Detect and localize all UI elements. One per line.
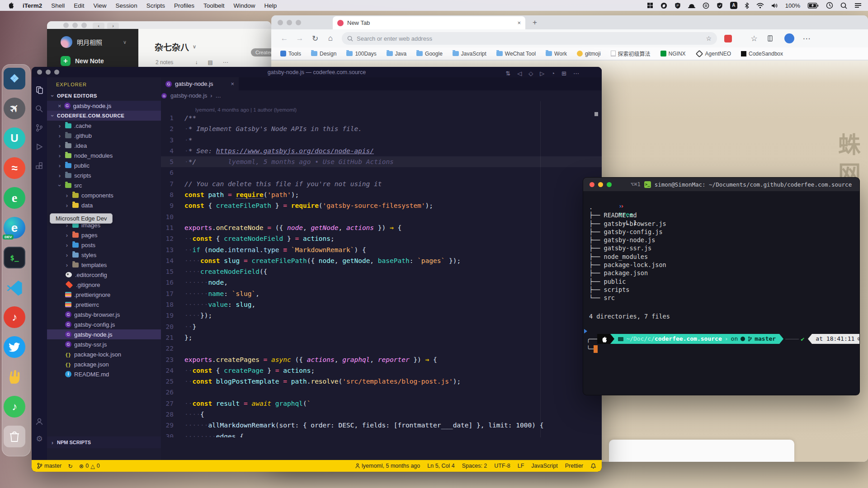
menu-item[interactable]: iTerm2	[18, 2, 47, 9]
bookmark-item[interactable]: Design	[311, 51, 336, 57]
git-branch-indicator[interactable]: master	[37, 463, 61, 469]
code-line[interactable]: 26	[161, 387, 602, 398]
editor-tab[interactable]: gatsby-node.js ×	[161, 77, 239, 90]
account-icon[interactable]	[35, 417, 44, 426]
code-line[interactable]: 22	[161, 343, 602, 354]
open-editors-header[interactable]: › OPEN EDITORS	[47, 91, 161, 101]
editor-action-icon[interactable]: ◇	[528, 70, 533, 77]
code-line[interactable]: 2 ·* Implement Gatsby's Node APIs in thi…	[161, 123, 602, 134]
close-button[interactable]	[278, 20, 283, 25]
zoom-button[interactable]	[81, 23, 87, 28]
tree-item[interactable]: › data	[47, 200, 161, 210]
bookmark-item[interactable]: gitmoji	[577, 51, 601, 57]
code-line[interactable]: 9 const { createFilePath } = require('ga…	[161, 200, 602, 211]
extensions-icon[interactable]	[35, 161, 44, 170]
explorer-icon[interactable]	[35, 85, 44, 94]
status-bar-item[interactable]: JavaScript	[531, 463, 557, 469]
tree-item[interactable]: › .idea	[47, 141, 161, 150]
bluetooth-icon[interactable]	[745, 2, 749, 9]
status-bar-item[interactable]: Spaces: 2	[462, 463, 487, 469]
tree-item[interactable]: README.md	[47, 369, 161, 379]
bookmark-item[interactable]: 100Days	[346, 51, 376, 57]
menu-item[interactable]: Window	[229, 2, 259, 9]
tree-item[interactable]: › .github	[47, 131, 161, 141]
tree-item[interactable]: gatsby-node.js	[47, 329, 161, 339]
code-line[interactable]: 17 ······name: `slug`,	[161, 288, 602, 299]
tree-item[interactable]: .editorconfig	[47, 270, 161, 280]
project-root-header[interactable]: › CODERFEE.COM.SOURCE	[47, 111, 161, 121]
blame-indicator[interactable]: lyemoml, 5 months ago	[355, 463, 420, 469]
editor-action-icon[interactable]: ⇅	[505, 70, 510, 77]
list-menu-icon[interactable]	[854, 3, 862, 8]
dock-launchpad-rocket[interactable]: ✈	[4, 98, 25, 119]
zoom-button[interactable]	[54, 70, 59, 75]
breadcrumb[interactable]: gatsby-node.js › …	[161, 90, 602, 101]
view-toggle-icon[interactable]: ▤	[208, 59, 212, 66]
bookmark-item[interactable]: AgentNEO	[696, 51, 731, 57]
close-tab-icon[interactable]: ×	[517, 19, 521, 26]
status-bar-item[interactable]: UTF-8	[494, 463, 510, 469]
code-line[interactable]: 4 ·* See: https://www.gatsbyjs.org/docs/…	[161, 145, 602, 156]
spotlight-search-icon[interactable]	[840, 2, 847, 9]
bookmark-item[interactable]: CodeSandbox	[741, 51, 783, 57]
close-button[interactable]	[590, 182, 594, 187]
tree-item[interactable]: package.json	[47, 359, 161, 369]
tree-item[interactable]: .prettierignore	[47, 290, 161, 300]
code-line[interactable]: 27 ··const result = await graphql(`	[161, 398, 602, 409]
search-icon[interactable]	[35, 104, 44, 113]
close-icon[interactable]: ×	[58, 103, 61, 109]
tree-item[interactable]: › src	[47, 180, 161, 190]
refresh-icon[interactable]: ↻	[308, 32, 322, 45]
tree-item[interactable]: gatsby-ssr.js	[47, 339, 161, 349]
more-icon[interactable]: ⋯	[223, 59, 228, 66]
dock-music-green[interactable]: ♪	[4, 396, 25, 418]
circle-menu-icon[interactable]	[703, 2, 709, 9]
code-line[interactable]: 25 ··const blogPostTemplate = path.resol…	[161, 376, 602, 387]
code-line[interactable]: 30 ········edges {	[161, 431, 602, 437]
editor-action-icon[interactable]: ⊞	[561, 70, 566, 77]
editor-action-icon[interactable]: ▷	[540, 70, 544, 77]
dock-red-app[interactable]: ≈	[4, 157, 25, 179]
editor-action-icon[interactable]: ◁	[517, 70, 522, 77]
menu-item[interactable]: Edit	[69, 2, 89, 9]
menu-item[interactable]: Scripts	[142, 2, 170, 9]
code-line[interactable]: 5 ·*/lyemoml, 5 months ago • Use GitHub …	[161, 156, 602, 167]
sort-created-chip[interactable]: Created	[251, 48, 271, 56]
dock-utools[interactable]: U	[4, 127, 25, 149]
dock-vscode[interactable]	[4, 277, 25, 298]
npm-scripts-header[interactable]: › NPM SCRIPTS	[47, 436, 161, 448]
back-button[interactable]: ‹	[93, 23, 104, 29]
sync-indicator[interactable]: ↻	[68, 463, 72, 469]
bookmark-item[interactable]: Tools	[280, 51, 301, 57]
new-tab-button[interactable]: +	[533, 18, 537, 27]
code-line[interactable]: 15 ····createNodeField({	[161, 266, 602, 277]
bell-icon[interactable]	[590, 463, 596, 469]
code-line[interactable]: 10	[161, 211, 602, 222]
evernote-icon[interactable]	[660, 2, 667, 9]
chevron-down-icon[interactable]: ∨	[123, 39, 127, 45]
tree-item[interactable]: › posts	[47, 240, 161, 250]
zoom-button[interactable]	[607, 182, 612, 187]
dock-trash[interactable]	[4, 426, 25, 447]
favorite-star-icon[interactable]: ☆	[706, 35, 712, 42]
code-line[interactable]: 14 ····const slug = createFilePath({ nod…	[161, 255, 602, 266]
open-editor-item[interactable]: × gatsby-node.js	[47, 101, 161, 111]
code-line[interactable]: 23 exports.createPages = async ({ action…	[161, 354, 602, 365]
bookmark-item[interactable]: WeChat Tool	[496, 51, 536, 57]
tree-item[interactable]: gatsby-config.js	[47, 319, 161, 329]
terminal-body[interactable]: ›› tree -L 1 .├── README.md├── gatsby-br…	[583, 191, 859, 395]
bookmark-item[interactable]: NGINX	[660, 51, 686, 57]
bookmark-item[interactable]: Work	[546, 51, 567, 57]
menu-item[interactable]: Session	[111, 2, 142, 9]
close-button[interactable]	[37, 70, 42, 75]
input-source-icon[interactable]: A	[730, 2, 737, 9]
address-bar[interactable]: Search or enter web address ☆	[342, 32, 717, 45]
zoom-button[interactable]	[296, 20, 301, 25]
code-line[interactable]: 11 exports.onCreateNode = ({ node, getNo…	[161, 222, 602, 233]
status-bar-item[interactable]: LF	[518, 463, 524, 469]
code-line[interactable]: 24 ··const { createPage } = actions;	[161, 365, 602, 376]
code-line[interactable]: 7 // You can delete this file if you're …	[161, 178, 602, 189]
tree-item[interactable]: › scripts	[47, 170, 161, 180]
tree-item[interactable]: › styles	[47, 250, 161, 260]
tree-item[interactable]: › .cache	[47, 121, 161, 131]
